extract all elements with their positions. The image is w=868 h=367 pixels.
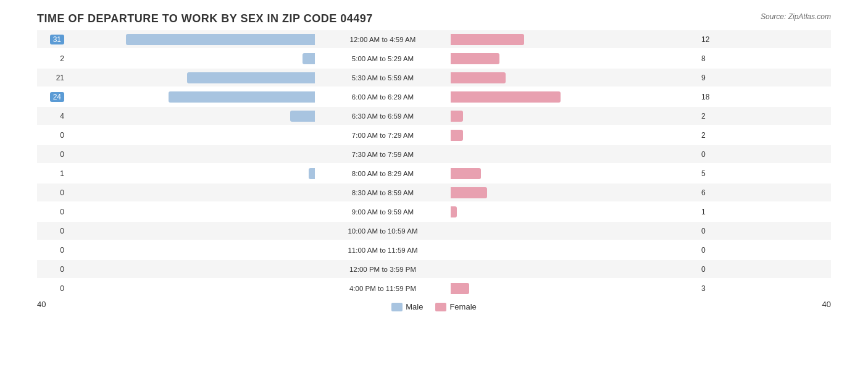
left-value: 1 [37, 169, 68, 178]
time-label: 7:30 AM to 7:59 AM [315, 151, 451, 158]
female-bar [451, 187, 487, 198]
time-label: 9:00 AM to 9:59 AM [315, 208, 451, 216]
female-bar [451, 34, 524, 45]
right-bar-area [451, 91, 698, 103]
left-value: 0 [37, 227, 68, 235]
left-value: 0 [37, 188, 68, 197]
right-value: 0 [698, 265, 728, 274]
left-value: 4 [37, 112, 68, 120]
right-value: 6 [698, 188, 728, 197]
male-bar [126, 34, 315, 45]
axis-labels: 40 Male Female 40 [37, 300, 831, 311]
chart-row: 012:00 PM to 3:59 PM0 [37, 260, 831, 278]
legend-female-box [435, 303, 446, 311]
right-value: 12 [698, 35, 728, 44]
left-value: 0 [37, 246, 68, 255]
chart-row: 09:00 AM to 9:59 AM1 [37, 203, 831, 221]
right-bar-area [451, 72, 698, 83]
right-bar-area [451, 187, 698, 198]
right-value: 0 [698, 227, 728, 235]
female-bar [451, 72, 506, 83]
female-bar [451, 206, 457, 217]
left-value: 0 [37, 150, 68, 159]
right-value: 3 [698, 284, 728, 293]
chart-row: 3112:00 AM to 4:59 AM12 [37, 30, 831, 48]
axis-right: 40 [822, 300, 831, 311]
time-label: 7:00 AM to 7:29 AM [315, 132, 451, 139]
left-bar-area [68, 91, 315, 103]
time-label: 6:30 AM to 6:59 AM [315, 112, 451, 120]
male-bar [303, 53, 315, 64]
right-bar-area [451, 168, 698, 179]
right-value: 18 [698, 93, 728, 101]
left-value: 0 [37, 131, 68, 140]
chart-row: 215:30 AM to 5:59 AM9 [37, 69, 831, 86]
female-bar [451, 111, 463, 122]
female-bar [451, 91, 561, 103]
chart-row: 04:00 PM to 11:59 PM3 [37, 279, 831, 297]
left-value: 31 [37, 35, 68, 44]
chart-row: 010:00 AM to 10:59 AM0 [37, 222, 831, 240]
left-value: 24 [37, 92, 68, 102]
right-value: 9 [698, 74, 728, 82]
left-bar-area [68, 34, 315, 45]
right-value: 8 [698, 54, 728, 63]
right-bar-area [451, 53, 698, 64]
time-label: 8:00 AM to 8:29 AM [315, 170, 451, 177]
female-bar [451, 283, 469, 294]
time-label: 12:00 PM to 3:59 PM [315, 266, 451, 273]
legend-female-label: Female [449, 302, 476, 311]
chart-row: 07:30 AM to 7:59 AM0 [37, 145, 831, 163]
legend-male: Male [391, 302, 423, 311]
female-bar [451, 130, 463, 141]
chart-area: 3112:00 AM to 4:59 AM1225:00 AM to 5:29 … [37, 30, 831, 297]
time-label: 5:30 AM to 5:59 AM [315, 74, 451, 82]
left-value: 2 [37, 54, 68, 63]
chart-row: 011:00 AM to 11:59 AM0 [37, 241, 831, 259]
female-bar [451, 53, 499, 64]
legend-female: Female [435, 302, 476, 311]
time-label: 6:00 AM to 6:29 AM [315, 93, 451, 101]
chart-row: 08:30 AM to 8:59 AM6 [37, 184, 831, 201]
male-bar [309, 168, 315, 179]
right-value: 2 [698, 112, 728, 120]
left-value: 21 [37, 74, 68, 82]
left-bar-area [68, 168, 315, 179]
male-bar [187, 72, 315, 83]
chart-row: 18:00 AM to 8:29 AM5 [37, 164, 831, 182]
right-bar-area [451, 111, 698, 122]
right-value: 0 [698, 246, 728, 255]
time-label: 11:00 AM to 11:59 AM [315, 247, 451, 254]
time-label: 10:00 AM to 10:59 AM [315, 227, 451, 235]
chart-row: 46:30 AM to 6:59 AM2 [37, 107, 831, 125]
male-bar [290, 111, 315, 122]
legend: Male Female [391, 302, 477, 311]
time-label: 4:00 PM to 11:59 PM [315, 285, 451, 292]
axis-left: 40 [37, 300, 46, 311]
source-text: Source: ZipAtlas.com [761, 12, 831, 21]
left-value: 0 [37, 265, 68, 274]
time-label: 12:00 AM to 4:59 AM [315, 36, 451, 43]
right-bar-area [451, 283, 698, 294]
chart-row: 246:00 AM to 6:29 AM18 [37, 88, 831, 106]
right-value: 0 [698, 150, 728, 159]
chart-title: TIME OF DEPARTURE TO WORK BY SEX IN ZIP … [37, 12, 831, 25]
time-label: 8:30 AM to 8:59 AM [315, 189, 451, 196]
chart-row: 25:00 AM to 5:29 AM8 [37, 49, 831, 67]
left-value: 0 [37, 208, 68, 216]
chart-container: TIME OF DEPARTURE TO WORK BY SEX IN ZIP … [0, 0, 868, 367]
right-value: 5 [698, 169, 728, 178]
right-bar-area [451, 34, 698, 45]
female-bar [451, 168, 481, 179]
legend-male-label: Male [406, 302, 423, 311]
chart-row: 07:00 AM to 7:29 AM2 [37, 126, 831, 144]
right-value: 2 [698, 131, 728, 140]
time-label: 5:00 AM to 5:29 AM [315, 55, 451, 62]
legend-male-box [391, 303, 403, 311]
left-value: 0 [37, 284, 68, 293]
left-bar-area [68, 53, 315, 64]
right-bar-area [451, 130, 698, 141]
right-value: 1 [698, 208, 728, 216]
male-bar [169, 91, 315, 103]
left-bar-area [68, 111, 315, 122]
